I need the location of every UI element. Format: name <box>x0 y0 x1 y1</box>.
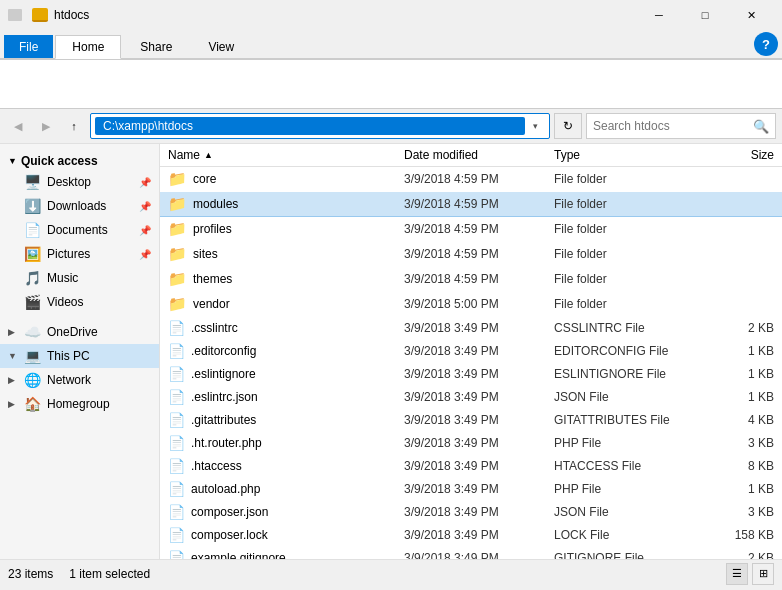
table-row[interactable]: 📄 composer.lock 3/9/2018 3:49 PM LOCK Fi… <box>160 524 782 547</box>
help-button[interactable]: ? <box>754 32 778 56</box>
file-date: 3/9/2018 3:49 PM <box>404 390 554 404</box>
pin-icon: 📌 <box>139 201 151 212</box>
sidebar-item-homegroup[interactable]: ▶ 🏠 Homegroup <box>0 392 159 416</box>
tab-view[interactable]: View <box>191 35 251 58</box>
file-name: 📄 .eslintignore <box>168 366 404 382</box>
table-row[interactable]: 📄 composer.json 3/9/2018 3:49 PM JSON Fi… <box>160 501 782 524</box>
table-row[interactable]: 📁 modules 3/9/2018 4:59 PM File folder <box>160 192 782 217</box>
file-size: 1 KB <box>704 390 774 404</box>
file-type: File folder <box>554 272 704 286</box>
file-date: 3/9/2018 4:59 PM <box>404 172 554 186</box>
tab-file[interactable]: File <box>4 35 53 58</box>
folder-icon: 📁 <box>168 245 187 263</box>
table-row[interactable]: 📁 profiles 3/9/2018 4:59 PM File folder <box>160 217 782 242</box>
close-button[interactable]: ✕ <box>728 0 774 30</box>
tab-share[interactable]: Share <box>123 35 189 58</box>
file-date: 3/9/2018 4:59 PM <box>404 222 554 236</box>
maximize-button[interactable]: □ <box>682 0 728 30</box>
minimize-button[interactable]: ─ <box>636 0 682 30</box>
folder-icon: 📁 <box>168 170 187 188</box>
search-box[interactable]: 🔍 <box>586 113 776 139</box>
table-row[interactable]: 📁 themes 3/9/2018 4:59 PM File folder <box>160 267 782 292</box>
sidebar-item-network[interactable]: ▶ 🌐 Network <box>0 368 159 392</box>
file-date: 3/9/2018 4:59 PM <box>404 247 554 261</box>
ribbon-tabs: File Home Share View ? <box>0 30 782 58</box>
sidebar-item-onedrive[interactable]: ▶ ☁️ OneDrive <box>0 320 159 344</box>
file-type: GITATTRIBUTES File <box>554 413 704 427</box>
view-grid-button[interactable]: ⊞ <box>752 563 774 585</box>
table-row[interactable]: 📄 example.gitignore 3/9/2018 3:49 PM GIT… <box>160 547 782 559</box>
quick-access-toolbar <box>8 9 22 21</box>
sidebar-item-documents[interactable]: 📄 Documents 📌 <box>0 218 159 242</box>
file-name: 📁 sites <box>168 245 404 263</box>
sidebar-item-music[interactable]: 🎵 Music <box>0 266 159 290</box>
file-type: GITIGNORE File <box>554 551 704 559</box>
file-type: File folder <box>554 247 704 261</box>
item-count: 23 items <box>8 567 53 581</box>
view-controls: ☰ ⊞ <box>726 563 774 585</box>
forward-button[interactable]: ▶ <box>34 114 58 138</box>
table-row[interactable]: 📄 .htaccess 3/9/2018 3:49 PM HTACCESS Fi… <box>160 455 782 478</box>
table-row[interactable]: 📄 .eslintignore 3/9/2018 3:49 PM ESLINTI… <box>160 363 782 386</box>
file-size: 1 KB <box>704 482 774 496</box>
home-icon: 🏠 <box>24 396 41 412</box>
sort-arrow-icon: ▲ <box>204 150 213 160</box>
file-icon: 📄 <box>168 366 185 382</box>
search-icon: 🔍 <box>753 119 769 134</box>
table-row[interactable]: 📁 core 3/9/2018 4:59 PM File folder <box>160 167 782 192</box>
col-header-name[interactable]: Name ▲ <box>168 148 404 162</box>
file-name-text: example.gitignore <box>191 551 286 559</box>
file-icon: 📄 <box>168 435 185 451</box>
up-button[interactable]: ↑ <box>62 114 86 138</box>
music-icon: 🎵 <box>24 270 41 286</box>
sidebar-item-quick-access[interactable]: ▼ Quick access <box>0 148 159 170</box>
file-type: JSON File <box>554 390 704 404</box>
file-date: 3/9/2018 4:59 PM <box>404 197 554 211</box>
pin-icon: 📌 <box>139 225 151 236</box>
file-name: 📁 profiles <box>168 220 404 238</box>
search-input[interactable] <box>593 119 749 133</box>
sidebar-item-videos[interactable]: 🎬 Videos <box>0 290 159 314</box>
expand-icon: ▶ <box>8 327 18 337</box>
file-icon: 📄 <box>168 389 185 405</box>
tab-home[interactable]: Home <box>55 35 121 59</box>
file-type: JSON File <box>554 505 704 519</box>
file-list-header: Name ▲ Date modified Type Size <box>160 144 782 167</box>
view-list-button[interactable]: ☰ <box>726 563 748 585</box>
sidebar-item-label: OneDrive <box>47 325 98 339</box>
window-controls: ─ □ ✕ <box>636 0 774 30</box>
video-icon: 🎬 <box>24 294 41 310</box>
folder-icon: 📁 <box>168 195 187 213</box>
title-text: htdocs <box>54 8 89 22</box>
col-header-type[interactable]: Type <box>554 148 704 162</box>
back-button[interactable]: ◀ <box>6 114 30 138</box>
sidebar-item-label: Music <box>47 271 78 285</box>
file-name: 📁 core <box>168 170 404 188</box>
address-dropdown-icon[interactable]: ▾ <box>525 121 545 131</box>
file-list-area: Name ▲ Date modified Type Size 📁 core 3/… <box>160 144 782 559</box>
col-header-size[interactable]: Size <box>704 148 774 162</box>
file-type: CSSLINTRC File <box>554 321 704 335</box>
table-row[interactable]: 📄 .eslintrc.json 3/9/2018 3:49 PM JSON F… <box>160 386 782 409</box>
sidebar-item-desktop[interactable]: 🖥️ Desktop 📌 <box>0 170 159 194</box>
sidebar: ▼ Quick access 🖥️ Desktop 📌 ⬇️ Downloads… <box>0 144 160 559</box>
file-name-text: composer.lock <box>191 528 268 542</box>
file-name: 📁 themes <box>168 270 404 288</box>
pictures-icon: 🖼️ <box>24 246 41 262</box>
title-bar: htdocs ─ □ ✕ <box>0 0 782 30</box>
refresh-button[interactable]: ↻ <box>554 113 582 139</box>
table-row[interactable]: 📄 .csslintrc 3/9/2018 3:49 PM CSSLINTRC … <box>160 317 782 340</box>
table-row[interactable]: 📄 .editorconfig 3/9/2018 3:49 PM EDITORC… <box>160 340 782 363</box>
sidebar-item-this-pc[interactable]: ▼ 💻 This PC <box>0 344 159 368</box>
table-row[interactable]: 📄 .ht.router.php 3/9/2018 3:49 PM PHP Fi… <box>160 432 782 455</box>
address-box[interactable]: C:\xampp\htdocs ▾ <box>90 113 550 139</box>
sidebar-item-pictures[interactable]: 🖼️ Pictures 📌 <box>0 242 159 266</box>
col-header-date[interactable]: Date modified <box>404 148 554 162</box>
file-name-text: core <box>193 172 216 186</box>
sidebar-item-downloads[interactable]: ⬇️ Downloads 📌 <box>0 194 159 218</box>
table-row[interactable]: 📁 vendor 3/9/2018 5:00 PM File folder <box>160 292 782 317</box>
table-row[interactable]: 📄 .gitattributes 3/9/2018 3:49 PM GITATT… <box>160 409 782 432</box>
sidebar-item-label: Network <box>47 373 91 387</box>
table-row[interactable]: 📁 sites 3/9/2018 4:59 PM File folder <box>160 242 782 267</box>
table-row[interactable]: 📄 autoload.php 3/9/2018 3:49 PM PHP File… <box>160 478 782 501</box>
